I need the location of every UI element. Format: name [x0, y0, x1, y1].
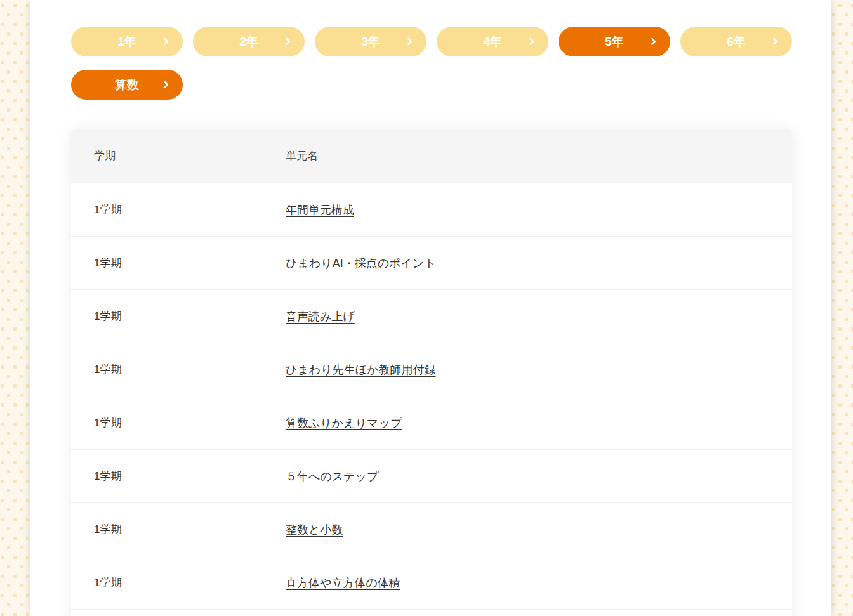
grade-button-label: 4年 — [483, 34, 502, 50]
grade-button[interactable]: 2年 — [193, 27, 305, 56]
unit-link[interactable]: 音声読み上げ — [286, 310, 355, 323]
term-cell: 1学期 — [71, 469, 286, 483]
table-row: 1学期 整数と小数 — [71, 502, 792, 556]
table-row: 1学期 ひまわりAI・採点のポイント — [71, 236, 792, 289]
term-cell: 1学期 — [71, 202, 286, 217]
table-row: 1学期 ひまわり先生ほか教師用付録 — [71, 343, 792, 396]
unit-link[interactable]: ひまわり先生ほか教師用付録 — [286, 364, 436, 376]
term-cell: 1学期 — [71, 416, 286, 430]
table-row: 1学期 算数ふりかえりマップ — [71, 396, 792, 449]
chevron-right-icon — [648, 37, 656, 45]
table-row: 1学期 年間単元構成 — [71, 183, 792, 236]
grade-button-label: 5年 — [605, 34, 624, 50]
subject-nav: 算数 — [30, 56, 831, 100]
grade-button[interactable]: 3年 — [315, 27, 426, 56]
unit-table-card: 学期 単元名 1学期 年間単元構成 1学期 ひまわりAI・採点のポイント — [71, 129, 792, 616]
term-cell: 1学期 — [71, 575, 286, 590]
unit-cell: ひまわりAI・採点のポイント — [286, 256, 792, 271]
grade-button-label: 2年 — [239, 34, 258, 50]
table-row: 1学期 音声読み上げ — [71, 289, 792, 343]
table-row: 1学期 ５年へのステップ — [71, 449, 792, 502]
column-header-unit: 単元名 — [286, 148, 792, 163]
unit-cell: ５年へのステップ — [286, 469, 792, 484]
grade-button-label: 1年 — [117, 34, 136, 50]
unit-link[interactable]: ５年へのステップ — [286, 470, 379, 483]
term-cell: 1学期 — [71, 309, 286, 324]
term-cell: 1学期 — [71, 256, 286, 270]
unit-cell: 整数と小数 — [286, 522, 792, 537]
subject-button-label: 算数 — [115, 77, 139, 93]
chevron-right-icon — [526, 37, 534, 45]
unit-link[interactable]: 算数ふりかえりマップ — [286, 417, 402, 429]
grade-button-label: 6年 — [727, 34, 746, 50]
chevron-right-icon — [404, 37, 413, 45]
subject-button[interactable]: 算数 — [71, 70, 183, 100]
unit-link[interactable]: 整数と小数 — [286, 523, 343, 536]
unit-cell: 年間単元構成 — [286, 202, 792, 218]
term-cell: 1学期 — [71, 362, 286, 377]
unit-link[interactable]: ひまわりAI・採点のポイント — [286, 257, 436, 270]
content-area: 1年 2年 3年 4年 5年 6年 — [30, 0, 831, 616]
grade-button[interactable]: 1年 — [71, 27, 183, 56]
table-body: 1学期 年間単元構成 1学期 ひまわりAI・採点のポイント 1学期 音声読み上 — [71, 183, 792, 610]
unit-link[interactable]: 年間単元構成 — [286, 204, 354, 216]
unit-cell: 音声読み上げ — [286, 309, 792, 324]
chevron-right-icon — [770, 37, 778, 45]
unit-link[interactable]: 直方体や立方体の体積 — [286, 577, 400, 589]
grade-button[interactable]: 6年 — [680, 27, 792, 56]
unit-cell: ひまわり先生ほか教師用付録 — [286, 362, 792, 377]
grade-button-label: 3年 — [361, 34, 380, 50]
chevron-right-icon — [161, 80, 169, 88]
grade-button[interactable]: 5年 — [559, 27, 670, 56]
unit-cell: 直方体や立方体の体積 — [286, 575, 792, 591]
unit-cell: 算数ふりかえりマップ — [286, 416, 792, 431]
grade-nav: 1年 2年 3年 4年 5年 6年 — [30, 0, 831, 56]
column-header-term: 学期 — [71, 148, 286, 163]
grade-button[interactable]: 4年 — [437, 27, 548, 56]
chevron-right-icon — [161, 37, 169, 45]
table-header-row: 学期 単元名 — [71, 129, 792, 183]
table-row: 1学期 直方体や立方体の体積 — [71, 556, 792, 609]
chevron-right-icon — [282, 37, 291, 45]
term-cell: 1学期 — [71, 522, 286, 537]
